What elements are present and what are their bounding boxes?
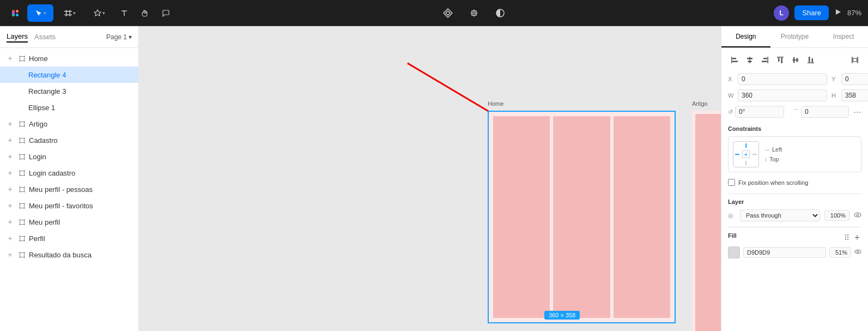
corner-input[interactable] (801, 106, 849, 118)
align-center-h-button[interactable] (743, 53, 756, 67)
divider-2 (728, 227, 861, 227)
svg-rect-60 (763, 58, 767, 59)
align-bottom-button[interactable] (804, 53, 817, 67)
svg-rect-21 (19, 138, 25, 139)
layer-label: Cadastro (29, 136, 58, 145)
layer-blend-row: ◎ Pass through Normal Multiply Screen Ov… (728, 209, 861, 221)
layer-visibility-button[interactable] (854, 211, 861, 220)
layer-item-cadastro[interactable]: ＋ Cadastro (0, 132, 138, 148)
horizontal-arrow-icon: ↔ (764, 147, 770, 153)
more-options-button[interactable]: ··· (853, 106, 861, 118)
expand-icon: ＋ (7, 184, 14, 194)
play-button[interactable] (834, 8, 842, 17)
layer-label: Home (29, 55, 48, 63)
svg-rect-8 (64, 14, 72, 15)
page-selector[interactable]: Page 1 ▾ (106, 33, 132, 41)
theme-toggle-button[interactable] (491, 4, 509, 22)
layer-item-home[interactable]: ＋ Home (0, 50, 138, 67)
svg-rect-6 (64, 11, 72, 12)
svg-rect-72 (858, 57, 859, 63)
toolbar: ▾ ▾ ▾ (0, 0, 868, 26)
align-center-v-button[interactable] (789, 53, 802, 67)
plugin-icon[interactable] (465, 4, 483, 22)
h-input[interactable] (841, 89, 868, 101)
frame-icon (18, 203, 26, 209)
svg-rect-4 (12, 11, 15, 14)
tab-inspect[interactable]: Inspect (819, 26, 868, 47)
rotation-input[interactable] (735, 106, 784, 118)
svg-rect-38 (19, 208, 25, 208)
pen-tool-button[interactable]: ▾ (86, 4, 112, 22)
hand-tool-button[interactable] (136, 4, 154, 22)
move-tool-button[interactable]: ▾ (27, 4, 53, 22)
blend-mode-select[interactable]: Pass through Normal Multiply Screen Over… (740, 209, 820, 221)
svg-rect-54 (732, 58, 736, 59)
w-input[interactable] (738, 89, 827, 101)
user-avatar[interactable]: L (774, 5, 789, 21)
layer-label: Artigo (29, 120, 47, 128)
layer-item-ellipse1[interactable]: Ellipse 1 (0, 99, 138, 116)
tab-layers[interactable]: Layers (7, 31, 28, 43)
vertical-constraint-select[interactable]: Top Bottom Center Top and Bottom Scale (769, 156, 818, 163)
frame-icon (18, 170, 26, 176)
constraint-right-line (752, 154, 757, 155)
svg-rect-37 (19, 203, 25, 204)
text-tool-button[interactable] (116, 4, 133, 22)
fill-hex-input[interactable] (743, 247, 826, 258)
right-content: X Y W H (721, 48, 868, 331)
layer-item-artigo[interactable]: ＋ Artigo (0, 116, 138, 132)
vertical-arrow-icon: ↕ (764, 157, 767, 163)
layer-item-meu-perfil-favoritos[interactable]: ＋ Meu perfil - favoritos (0, 197, 138, 214)
svg-rect-50 (19, 257, 25, 257)
fill-options-button[interactable]: ⠿ (844, 233, 849, 242)
h-field: H (831, 89, 868, 101)
layer-item-rect3[interactable]: Rectangle 3 (0, 83, 138, 99)
y-input[interactable] (841, 73, 868, 85)
svg-rect-55 (732, 61, 738, 63)
figma-menu-button[interactable] (7, 4, 24, 22)
svg-rect-61 (762, 61, 767, 63)
fill-opacity-input[interactable] (829, 247, 851, 258)
fix-scroll-checkbox[interactable] (728, 179, 735, 186)
component-icon[interactable] (439, 4, 457, 22)
pink-col-1 (493, 116, 550, 318)
fill-add-button[interactable]: ＋ (853, 232, 861, 243)
share-button[interactable]: Share (794, 5, 829, 20)
toolbar-right: L Share 87% (774, 5, 861, 21)
align-top-button[interactable] (774, 53, 787, 67)
align-left-button[interactable] (728, 53, 741, 67)
layer-item-meu-perfil-pessoas[interactable]: ＋ Meu perfil - pessoas (0, 181, 138, 197)
fill-visibility-button[interactable] (854, 248, 861, 257)
frame-tool-button[interactable]: ▾ (57, 4, 83, 22)
layer-item-login[interactable]: ＋ Login (0, 148, 138, 165)
x-input[interactable] (738, 73, 827, 85)
distribute-options-button[interactable] (848, 53, 861, 67)
size-badge: 360 × 358 (544, 311, 580, 320)
svg-rect-57 (747, 58, 752, 59)
frame-icon (18, 219, 26, 225)
horizontal-constraint-select[interactable]: Left Right Center Left and Right Scale (772, 146, 816, 153)
svg-rect-25 (19, 154, 25, 155)
svg-rect-71 (852, 57, 853, 63)
comment-tool-button[interactable] (157, 4, 174, 22)
canvas-area[interactable]: Home 360 × 358 Artigo (139, 26, 721, 331)
align-right-button[interactable] (758, 53, 772, 67)
layer-list: ＋ Home Rectangle 4 Rectangle 3 (0, 48, 138, 331)
tab-design[interactable]: Design (721, 26, 770, 47)
layer-item-login-cadastro[interactable]: ＋ Login cadastro (0, 165, 138, 181)
constraints-section-title: Constraints (728, 125, 861, 132)
wh-row: W H (728, 89, 861, 101)
tab-prototype[interactable]: Prototype (770, 26, 820, 47)
layer-item-meu-perfil[interactable]: ＋ Meu perfil (0, 214, 138, 230)
opacity-input[interactable] (824, 210, 849, 221)
zoom-level[interactable]: 87% (847, 9, 861, 17)
layer-item-rect4[interactable]: Rectangle 4 (0, 67, 138, 83)
tab-assets[interactable]: Assets (34, 32, 56, 42)
layer-item-perfil[interactable]: ＋ Perfil (0, 230, 138, 246)
frame-home[interactable] (488, 111, 676, 323)
frame-artigo[interactable] (692, 111, 721, 331)
artigo-inner (692, 111, 721, 331)
layer-label: Resultado da busca (29, 251, 92, 259)
layer-item-resultado[interactable]: ＋ Resultado da busca (0, 246, 138, 263)
fill-color-swatch[interactable] (728, 246, 740, 258)
